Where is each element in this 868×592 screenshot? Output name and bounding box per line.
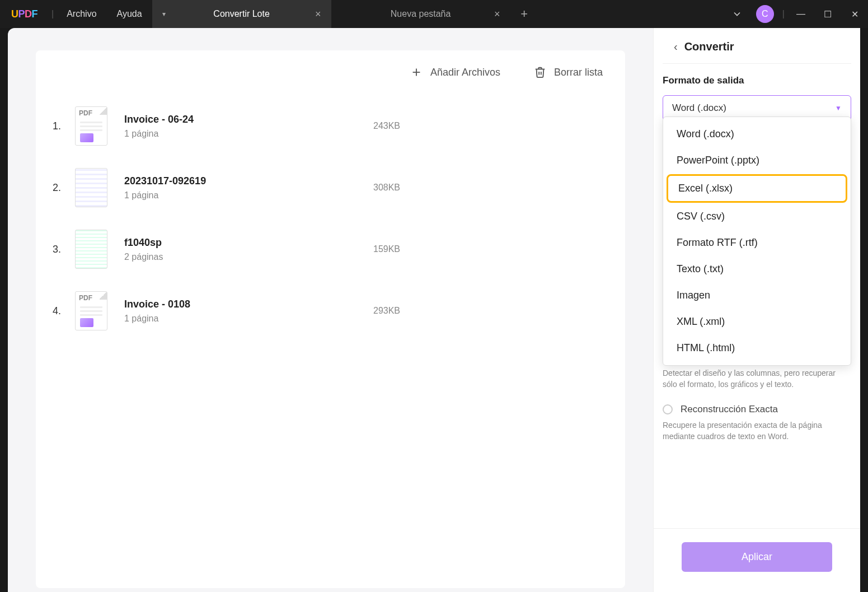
format-option[interactable]: XML (.xml) xyxy=(667,309,847,334)
file-size: 293KB xyxy=(373,306,440,316)
tab-close-icon[interactable]: × xyxy=(315,8,321,20)
divider: | xyxy=(782,9,785,19)
selected-format-value: Word (.docx) xyxy=(672,102,726,114)
format-option[interactable]: Excel (.xlsx) xyxy=(667,174,847,203)
divider: | xyxy=(51,9,54,19)
sidebar-title: Convertir xyxy=(684,40,734,53)
sidebar-body: Formato de salida Word (.docx) ▼ Word (.… xyxy=(654,64,860,528)
format-option[interactable]: Texto (.txt) xyxy=(667,257,847,282)
file-row[interactable]: 3.f1040sp2 páginas159KB xyxy=(53,218,608,280)
option-description: Detectar el diseño y las columnas, pero … xyxy=(663,367,851,390)
user-avatar[interactable]: C xyxy=(756,5,774,23)
window-maximize-icon[interactable]: ☐ xyxy=(814,0,841,28)
file-index: 4. xyxy=(53,305,75,317)
file-index: 2. xyxy=(53,182,75,194)
tab-label: Nueva pestaña xyxy=(391,9,451,19)
file-size: 308KB xyxy=(373,183,440,193)
tab-convert-batch[interactable]: ▾ Convertir Lote × xyxy=(152,0,331,28)
format-option[interactable]: CSV (.csv) xyxy=(667,204,847,229)
add-files-button[interactable]: Añadir Archivos xyxy=(410,66,500,78)
format-option[interactable]: Imagen xyxy=(667,283,847,308)
radio-label: Reconstrucción Exacta xyxy=(681,404,778,415)
option-description: Recupere la presentación exacta de la pá… xyxy=(663,419,851,442)
file-name: Invoice - 0108 xyxy=(124,299,373,310)
add-files-label: Añadir Archivos xyxy=(430,67,500,78)
app-logo: UPDF xyxy=(0,8,49,20)
workspace: Añadir Archivos Borrar lista 1.Invoice -… xyxy=(8,28,860,592)
clear-list-button[interactable]: Borrar lista xyxy=(534,66,603,78)
file-list: 1.Invoice - 06-241 página243KB2.20231017… xyxy=(47,95,614,342)
file-meta: Invoice - 06-241 página xyxy=(124,114,373,139)
radio-exact-reconstruction[interactable]: Reconstrucción Exacta xyxy=(663,404,851,415)
format-option[interactable]: HTML (.html) xyxy=(667,335,847,361)
apply-button[interactable]: Aplicar xyxy=(682,542,832,572)
file-pages: 1 página xyxy=(124,129,373,139)
tabs-dropdown-icon[interactable] xyxy=(724,0,750,28)
trash-icon xyxy=(534,66,546,78)
tab-label: Convertir Lote xyxy=(213,9,270,19)
plus-icon xyxy=(410,66,423,78)
file-meta: 20231017-0926191 página xyxy=(124,175,373,201)
tab-caret-icon[interactable]: ▾ xyxy=(162,10,166,18)
layout-options: Detectar el diseño y las columnas, pero … xyxy=(663,367,851,442)
output-format-label: Formato de salida xyxy=(663,75,851,86)
radio-icon xyxy=(663,404,673,414)
titlebar: UPDF | Archivo Ayuda ▾ Convertir Lote × … xyxy=(0,0,868,28)
file-thumbnail xyxy=(75,168,107,207)
file-row[interactable]: 4.Invoice - 01081 página293KB xyxy=(53,280,608,342)
file-pages: 1 página xyxy=(124,314,373,324)
file-thumbnail xyxy=(75,230,107,269)
window-minimize-icon[interactable]: — xyxy=(787,0,814,28)
sidebar-footer: Aplicar xyxy=(654,528,860,592)
file-size: 243KB xyxy=(373,121,440,131)
tab-strip: ▾ Convertir Lote × Nueva pestaña × + xyxy=(152,0,538,28)
new-tab-button[interactable]: + xyxy=(510,7,538,21)
window-controls: C | — ☐ ✕ xyxy=(724,0,868,28)
menu-help[interactable]: Ayuda xyxy=(107,0,152,28)
file-thumbnail xyxy=(75,291,107,330)
clear-list-label: Borrar lista xyxy=(554,67,603,78)
format-option[interactable]: PowerPoint (.pptx) xyxy=(667,148,847,173)
file-name: Invoice - 06-24 xyxy=(124,114,373,125)
file-toolbar: Añadir Archivos Borrar lista xyxy=(47,56,614,95)
file-index: 1. xyxy=(53,120,75,132)
file-thumbnail xyxy=(75,106,107,146)
file-card: Añadir Archivos Borrar lista 1.Invoice -… xyxy=(36,50,625,588)
file-pages: 1 página xyxy=(124,190,373,201)
sidebar-convert: ‹ Convertir Formato de salida Word (.doc… xyxy=(653,28,860,592)
caret-down-icon: ▼ xyxy=(835,104,842,112)
format-option[interactable]: Formato RTF (.rtf) xyxy=(667,230,847,255)
menu-file[interactable]: Archivo xyxy=(57,0,106,28)
file-name: 20231017-092619 xyxy=(124,175,373,187)
window-close-icon[interactable]: ✕ xyxy=(841,0,868,28)
file-row[interactable]: 2.20231017-0926191 página308KB xyxy=(53,157,608,218)
tab-new[interactable]: Nueva pestaña × xyxy=(331,0,510,28)
format-option[interactable]: Word (.docx) xyxy=(667,122,847,147)
tab-close-icon[interactable]: × xyxy=(494,8,500,20)
back-icon[interactable]: ‹ xyxy=(674,40,678,53)
file-index: 3. xyxy=(53,244,75,255)
file-name: f1040sp xyxy=(124,237,373,249)
file-panel: Añadir Archivos Borrar lista 1.Invoice -… xyxy=(8,28,653,592)
format-dropdown: Word (.docx)PowerPoint (.pptx)Excel (.xl… xyxy=(663,116,851,366)
file-row[interactable]: 1.Invoice - 06-241 página243KB xyxy=(53,95,608,157)
file-pages: 2 páginas xyxy=(124,252,373,262)
file-size: 159KB xyxy=(373,244,440,254)
file-meta: f1040sp2 páginas xyxy=(124,237,373,262)
file-meta: Invoice - 01081 página xyxy=(124,299,373,324)
sidebar-header: ‹ Convertir xyxy=(663,28,851,64)
